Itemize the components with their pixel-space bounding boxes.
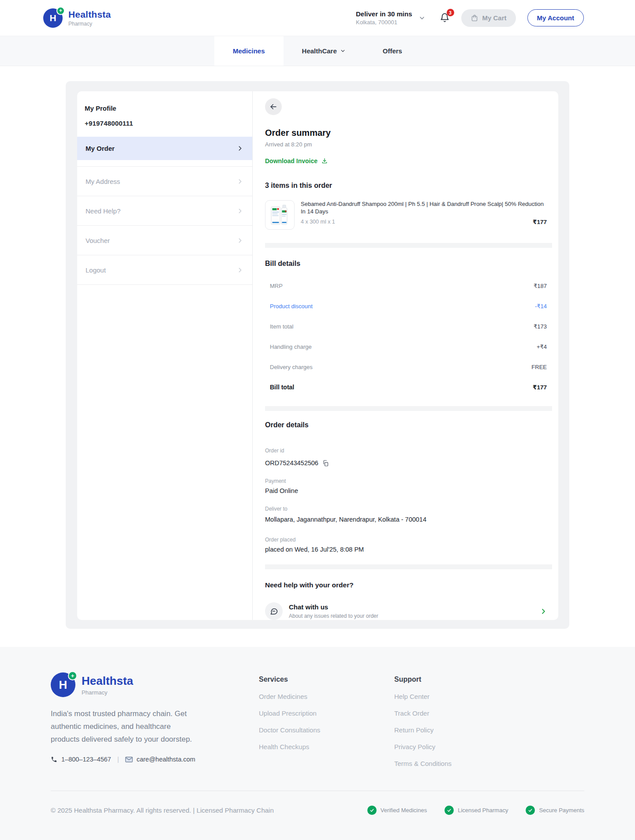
check-circle-icon [367, 806, 377, 815]
download-invoice-label: Download Invoice [265, 157, 318, 164]
bill-row-delivery-charges: Delivery charges FREE [265, 357, 552, 377]
section-divider [265, 564, 552, 569]
order-details-heading: Order details [265, 421, 552, 429]
footer-link-track-order[interactable]: Track Order [394, 709, 452, 717]
phone-icon [51, 756, 57, 763]
bill-label: Item total [270, 323, 293, 330]
bill-label: Bill total [270, 384, 294, 391]
plus-badge-icon: + [68, 671, 77, 680]
page-title: Order summary [265, 128, 552, 138]
bill-row-product-discount: Product discount -₹14 [265, 296, 552, 316]
my-cart-button[interactable]: My Cart [461, 9, 516, 27]
delivery-time: Deliver in 30 mins [356, 10, 412, 18]
chevron-right-icon [236, 237, 244, 244]
chat-with-us-button[interactable]: Chat with us About any issues related to… [265, 602, 552, 620]
delivery-location-selector[interactable]: Deliver in 30 mins Kolkata, 700001 [356, 10, 426, 26]
back-button[interactable] [265, 98, 282, 115]
footer-link-return-policy[interactable]: Return Policy [394, 726, 452, 734]
chevron-down-icon [418, 15, 426, 22]
copy-icon [322, 460, 329, 467]
footer-link-upload-prescription[interactable]: Upload Prescription [259, 709, 394, 717]
bill-value: +₹4 [537, 343, 547, 350]
footer-link-health-checkups[interactable]: Health Checkups [259, 743, 394, 750]
chevron-right-icon [236, 145, 244, 152]
deliver-to-value: Mollapara, Jagannathpur, Narendrapur, Ko… [265, 516, 552, 523]
download-invoice-link[interactable]: Download Invoice [265, 157, 328, 164]
delivery-location: Kolkata, 700001 [356, 19, 412, 26]
bill-row-mrp: MRP ₹187 [265, 276, 552, 296]
footer-brand-tagline: Pharmacy [82, 689, 133, 696]
need-help-heading: Need help with your order? [265, 581, 552, 589]
footer-email-link[interactable]: care@healthsta.com [125, 756, 195, 763]
logo-mark: H + [43, 8, 63, 28]
footer-link-terms-conditions[interactable]: Terms & Conditions [394, 760, 452, 767]
nav-item-offers[interactable]: Offers [364, 36, 421, 66]
sidebar-item-need-help[interactable]: Need Help? [77, 199, 252, 222]
sidebar-item-label: Voucher [86, 237, 110, 244]
footer-phone-link[interactable]: 1–800–123–4567 [51, 756, 111, 763]
chevron-right-icon [539, 607, 548, 616]
profile-title: My Profile [85, 105, 245, 112]
brand-tagline: Pharmacy [68, 21, 111, 27]
footer-link-privacy-policy[interactable]: Privacy Policy [394, 743, 452, 750]
notifications-button[interactable]: 3 [440, 13, 450, 23]
primary-nav: Medicines HealthCare Offers [0, 36, 635, 66]
chevron-right-icon [236, 207, 244, 215]
sidebar-item-label: My Address [86, 178, 120, 185]
badge-label: Licensed Pharmacy [458, 807, 508, 814]
bill-label: Handling charge [270, 343, 312, 350]
sidebar-menu: My Order My Address [77, 137, 252, 285]
badge-label: Secure Payments [539, 807, 584, 814]
badge-verified-medicines: Verified Medicines [367, 806, 427, 815]
chat-bubble-icon [265, 602, 283, 620]
nav-label: Medicines [233, 47, 265, 55]
nav-item-healthcare[interactable]: HealthCare [284, 36, 364, 66]
footer-description: India's most trusted pharmacy chain. Get… [51, 707, 203, 746]
bill-details-heading: Bill details [265, 260, 552, 268]
sidebar-item-my-order[interactable]: My Order [77, 137, 252, 160]
order-placed-label: Order placed [265, 537, 552, 543]
section-divider [265, 243, 552, 248]
my-account-button[interactable]: My Account [527, 9, 584, 26]
copy-order-id-button[interactable] [322, 460, 329, 467]
contact-separator: | [117, 756, 119, 763]
check-circle-icon [526, 806, 535, 815]
badge-label: Verified Medicines [381, 807, 427, 814]
items-count-heading: 3 items in this order [265, 182, 552, 190]
chevron-right-icon [236, 178, 244, 185]
cart-label: My Cart [482, 14, 507, 22]
chevron-down-icon [340, 48, 346, 54]
footer-link-order-medicines[interactable]: Order Medicines [259, 693, 394, 700]
bill-value: ₹173 [534, 323, 547, 330]
notification-count-badge: 3 [447, 9, 454, 16]
chat-title: Chat with us [289, 603, 539, 611]
profile-block: My Profile +919748000111 [77, 91, 252, 137]
order-id-value: ORD75243452506 [265, 459, 318, 467]
footer-link-help-center[interactable]: Help Center [394, 693, 452, 700]
nav-item-medicines[interactable]: Medicines [214, 36, 284, 66]
footer-services-column: Services Order Medicines Upload Prescrip… [259, 672, 394, 767]
footer-brand-logo: H + Healthsta Pharmacy [51, 672, 225, 697]
product-quantity: 4 x 300 ml x 1 [301, 219, 335, 225]
brand-name: Healthsta [68, 9, 111, 20]
footer-brand-name: Healthsta [82, 674, 133, 688]
bill-row-item-total: Item total ₹173 [265, 316, 552, 336]
bill-label: Delivery charges [270, 364, 313, 370]
bill-label: MRP [270, 283, 283, 289]
product-name: Sebamed Anti-Dandruff Shampoo 200ml | Ph… [301, 200, 552, 215]
brand-logo[interactable]: H + Healthsta Pharmacy [43, 8, 111, 28]
sidebar-item-voucher[interactable]: Voucher [77, 229, 252, 252]
footer: H + Healthsta Pharmacy India's most trus… [0, 647, 635, 840]
plus-badge-icon: + [56, 7, 65, 15]
copyright-text: © 2025 Healthsta Pharmacy. All rights re… [51, 806, 274, 814]
sidebar-item-my-address[interactable]: My Address [77, 170, 252, 193]
footer-link-doctor-consultations[interactable]: Doctor Consultations [259, 726, 394, 734]
chat-subtitle: About any issues related to your order [289, 613, 539, 619]
sidebar-item-label: Need Help? [86, 207, 120, 215]
sidebar-item-logout[interactable]: Logout [77, 258, 252, 281]
footer-phone: 1–800–123–4567 [61, 756, 111, 763]
order-id-label: Order id [265, 448, 552, 454]
footer-email: care@healthsta.com [137, 756, 195, 763]
services-heading: Services [259, 676, 394, 683]
bill-label: Product discount [270, 303, 313, 310]
